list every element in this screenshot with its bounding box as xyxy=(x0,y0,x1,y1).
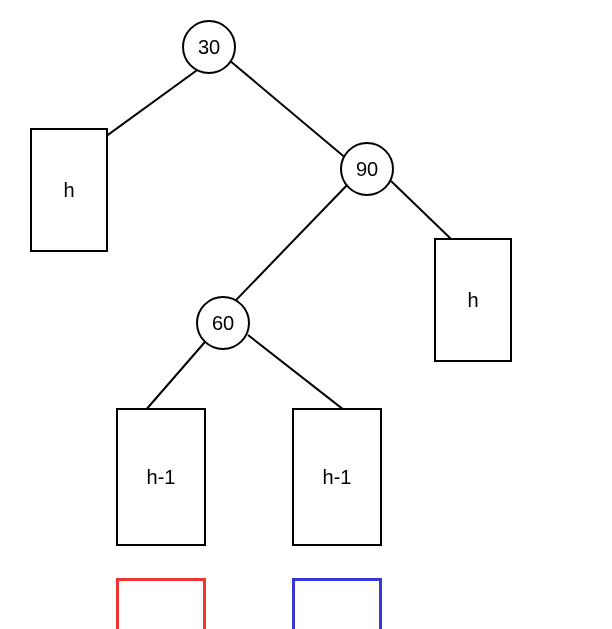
subtree-right-right: h xyxy=(434,238,512,362)
subtree-left-label: h xyxy=(63,179,74,202)
node-root-value: 30 xyxy=(198,36,220,59)
node-right-left: 60 xyxy=(196,296,250,350)
node-root: 30 xyxy=(182,20,236,74)
annotation-blue-rect xyxy=(292,578,382,629)
subtree-rl-left-label: h-1 xyxy=(147,466,176,489)
subtree-rl-right-label: h-1 xyxy=(323,466,352,489)
edge-right-rightleft xyxy=(227,180,351,309)
node-right-value: 90 xyxy=(356,158,378,181)
subtree-right-right-label: h xyxy=(467,289,478,312)
edge-rightleft-rlleftsub xyxy=(145,334,212,411)
subtree-rl-right: h-1 xyxy=(292,408,382,546)
annotation-red-rect xyxy=(116,578,206,629)
node-right: 90 xyxy=(340,142,394,196)
tree-diagram: 30 h 90 h 60 h-1 h-1 xyxy=(0,0,612,629)
edge-rightleft-rlrightsub xyxy=(247,334,355,419)
node-right-left-value: 60 xyxy=(212,312,234,335)
subtree-rl-left: h-1 xyxy=(116,408,206,546)
subtree-left: h xyxy=(30,128,108,252)
edge-root-right xyxy=(228,59,360,170)
